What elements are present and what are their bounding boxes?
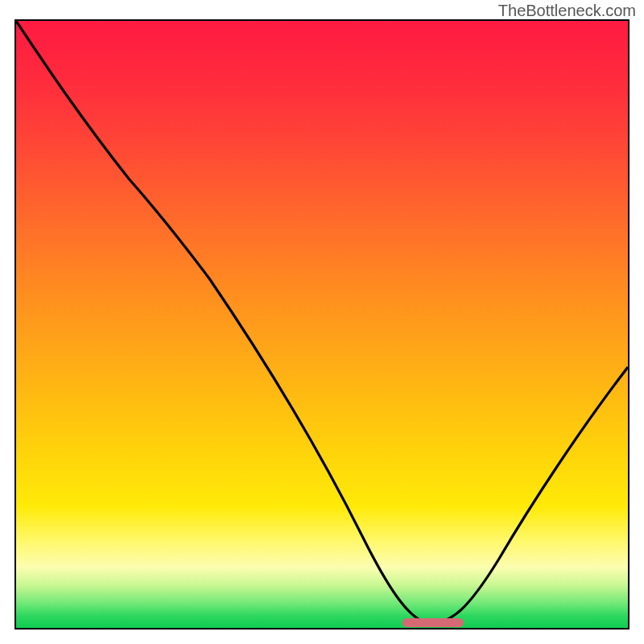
bottleneck-curve-path [16,21,628,623]
watermark-text: TheBottleneck.com [498,2,636,20]
chart-curve-svg [16,21,628,628]
chart-frame [14,19,630,630]
optimal-range-marker [402,618,464,627]
